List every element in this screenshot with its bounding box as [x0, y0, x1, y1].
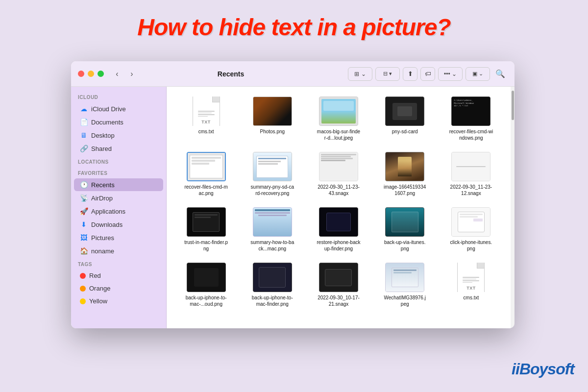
file-image-summary-pny	[253, 152, 292, 181]
file-name: recover-files-cmd-mac.png	[184, 184, 228, 196]
file-thumb-summary-how	[253, 207, 292, 237]
tag-yellow-dot	[80, 298, 86, 304]
sidebar-item-pictures[interactable]: 🖼 Pictures	[74, 231, 163, 244]
file-image-photos	[253, 97, 292, 126]
view-grid-button[interactable]: ⊞ ⌄	[348, 67, 372, 81]
file-item-recover-cmd-windows[interactable]: C:\Users\admin>_ Microsoft Windows dir /…	[440, 93, 503, 145]
file-item-pny[interactable]: pny-sd-card	[373, 93, 437, 145]
iboysoft-logo: iiBoysoft	[512, 360, 574, 378]
file-item-wechat[interactable]: WechatIMG38976.jpeg	[373, 259, 437, 311]
file-image-restore	[319, 207, 358, 237]
file-name: summary-how-to-back...mac.png	[250, 239, 294, 252]
iboysoft-text: iBoysoft	[515, 360, 574, 378]
view-options-button[interactable]: ⊟ ▾	[375, 67, 400, 81]
file-item-macos[interactable]: macos-big-sur-finder-d...lout.jpeg	[307, 93, 370, 145]
sidebar-item-tag-red[interactable]: Red	[74, 270, 163, 282]
file-item-cms-txt-1[interactable]: TXT cms.txt	[174, 93, 238, 145]
applications-icon: 🚀	[80, 207, 88, 215]
sidebar-label-icloud-drive: iCloud Drive	[91, 105, 126, 113]
sidebar-label-airdrop: AirDrop	[91, 195, 113, 202]
sidebar-item-tag-yellow[interactable]: Yellow	[74, 295, 163, 307]
file-image-pny	[385, 97, 424, 126]
file-image-backup-itunes	[385, 207, 424, 237]
file-name: pny-sd-card	[392, 128, 418, 135]
finder-window: ‹ › Recents ⊞ ⌄ ⊟ ▾ ⬆ 🏷 ••• ⌄ ▣ ⌄	[71, 61, 514, 328]
file-name: back-up-iphone-to-mac-finder.png	[250, 294, 294, 307]
file-image-click-iphone	[451, 207, 490, 237]
file-item-recover-cmd-mac[interactable]: recover-files-cmd-mac.png	[174, 148, 238, 200]
more-icon: ••• ⌄	[444, 71, 457, 77]
finder-title: Recents	[114, 70, 348, 78]
file-image-recover-mac	[187, 152, 226, 181]
downloads-icon: ⬇	[80, 220, 88, 228]
traffic-lights	[78, 71, 104, 77]
maximize-button[interactable]	[98, 71, 104, 77]
file-thumb-cms-txt-2: TXT	[451, 263, 490, 292]
file-name: 2022-09-30_11-23-43.snagx	[317, 184, 361, 196]
file-item-restore[interactable]: restore-iphone-backup-finder.png	[307, 203, 370, 256]
sidebar-item-airdrop[interactable]: 📡 AirDrop	[74, 192, 163, 204]
sidebar-item-applications[interactable]: 🚀 Applications	[74, 205, 163, 218]
scroll-indicator[interactable]	[511, 87, 514, 328]
sidebar-item-tag-orange[interactable]: Orange	[74, 282, 163, 294]
icloud-drive-icon: ☁	[80, 105, 88, 113]
sidebar-item-downloads[interactable]: ⬇ Downloads	[74, 218, 163, 231]
sidebar-label-downloads: Downloads	[91, 221, 122, 228]
file-thumb-summary-pny	[253, 152, 292, 181]
file-name: cms.txt	[198, 128, 214, 135]
sidebar-section-locations: Locations	[71, 155, 166, 167]
file-image-mona	[385, 152, 424, 181]
more-button[interactable]: ••• ⌄	[438, 67, 463, 81]
file-thumb-mona	[385, 152, 424, 181]
file-item-backup-iphone-cloud[interactable]: back-up-iphone-to-mac-...oud.png	[174, 259, 238, 311]
file-name: restore-iphone-backup-finder.png	[317, 239, 361, 252]
finder-body: iCloud ☁ iCloud Drive 📄 Documents 🖥 Desk…	[71, 87, 514, 328]
file-thumb-backup-iphone-cloud	[187, 263, 226, 292]
scroll-thumb	[512, 91, 514, 120]
sidebar-item-icloud-drive[interactable]: ☁ iCloud Drive	[74, 102, 163, 115]
file-thumb-wechat	[385, 263, 424, 292]
txt-label-2: TXT	[466, 286, 476, 291]
sidebar-section-favorites: Favorites	[71, 167, 166, 178]
file-item-snagx1[interactable]: 2022-09-30_11-23-43.snagx	[307, 148, 370, 200]
file-item-summary-how[interactable]: summary-how-to-back...mac.png	[241, 203, 304, 256]
grid-icon: ⊞ ⌄	[354, 71, 366, 77]
file-thumb-snagx3	[319, 263, 358, 292]
search-button[interactable]: 🔍	[493, 67, 508, 81]
file-item-summary-pny[interactable]: summary-pny-sd-card-recovery.png	[241, 148, 304, 200]
file-item-snagx3[interactable]: 2022-09-30_10-17-21.snagx	[307, 259, 370, 311]
file-thumb-backup-itunes	[385, 207, 424, 237]
share-button[interactable]: ⬆	[403, 67, 417, 81]
file-item-mona[interactable]: image-16645193341607.png	[373, 148, 437, 200]
tag-red-dot	[80, 273, 86, 279]
preview-button[interactable]: ▣ ⌄	[466, 67, 490, 81]
file-image-backup-iphone-finder	[253, 263, 292, 292]
sidebar-item-shared[interactable]: 🔗 Shared	[74, 142, 163, 155]
sidebar-item-recents[interactable]: 🕐 Recents	[74, 178, 163, 191]
sidebar-label-documents: Documents	[91, 119, 123, 126]
file-image-trust	[187, 207, 226, 237]
file-thumb-snagx2	[451, 152, 490, 181]
txt-file-icon-2: TXT	[457, 263, 485, 292]
file-item-click-iphone[interactable]: click-iphone-itunes.png	[440, 203, 503, 256]
tag-button[interactable]: 🏷	[420, 67, 435, 81]
sidebar-item-noname[interactable]: 🏠 noname	[74, 245, 163, 257]
sidebar-item-documents[interactable]: 📄 Documents	[74, 116, 163, 128]
file-item-backup-iphone-finder[interactable]: back-up-iphone-to-mac-finder.png	[241, 259, 304, 311]
file-item-cms-txt-2[interactable]: TXT cms.txt	[440, 259, 503, 311]
sidebar-item-desktop[interactable]: 🖥 Desktop	[74, 129, 163, 142]
close-button[interactable]	[78, 71, 84, 77]
file-item-trust[interactable]: trust-in-mac-finder.png	[174, 203, 238, 256]
file-item-photos[interactable]: Photos.png	[241, 93, 304, 145]
file-item-backup-itunes[interactable]: back-up-via-itunes.png	[373, 203, 437, 256]
tag-orange-dot	[80, 286, 86, 292]
file-thumb-macos	[319, 97, 358, 126]
tag-icon: 🏷	[425, 70, 431, 77]
minimize-button[interactable]	[88, 71, 94, 77]
file-thumb-backup-iphone-finder	[253, 263, 292, 292]
txt-file-icon: TXT	[193, 97, 220, 126]
file-thumb-recover-cmd-mac	[187, 152, 226, 181]
preview-icon: ▣ ⌄	[472, 71, 483, 77]
file-item-snagx2[interactable]: 2022-09-30_11-23-12.snagx	[440, 148, 503, 200]
recents-icon: 🕐	[80, 181, 88, 189]
